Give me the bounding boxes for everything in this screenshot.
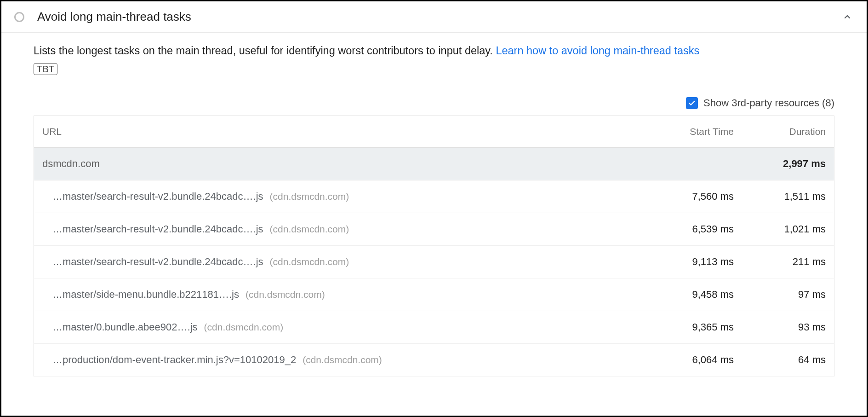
table-row[interactable]: …master/search-result-v2.bundle.24bcadc…… [34,180,834,213]
url-host: (cdn.dsmcdn.com) [246,289,325,300]
table-row[interactable]: …production/dom-event-tracker.min.js?v=1… [34,344,834,376]
col-start-time: Start Time [651,126,734,137]
url-cell: …master/search-result-v2.bundle.24bcadc…… [52,191,651,203]
col-url: URL [42,126,651,137]
audit-panel: Avoid long main-thread tasks Lists the l… [0,0,868,417]
url-cell: …master/side-menu.bundle.b221181….js(cdn… [52,289,651,301]
duration: 64 ms [734,354,826,366]
url-path: …master/search-result-v2.bundle.24bcadc…… [52,256,263,268]
group-host: dsmcdn.com [42,158,651,170]
audit-description: Lists the longest tasks on the main thre… [34,43,834,58]
url-host: (cdn.dsmcdn.com) [204,322,284,333]
col-duration: Duration [734,126,826,137]
table-body: …master/search-result-v2.bundle.24bcadc…… [34,180,834,376]
tbt-badge: TBT [34,63,57,75]
url-path: …master/0.bundle.abee902….js [52,321,198,333]
third-party-checkbox[interactable] [686,97,698,109]
tasks-table: URL Start Time Duration dsmcdn.com 2,997… [34,116,834,376]
url-cell: …master/search-result-v2.bundle.24bcadc…… [52,223,651,235]
table-row[interactable]: …master/0.bundle.abee902….js(cdn.dsmcdn.… [34,311,834,344]
start-time: 6,539 ms [651,223,734,235]
group-total: 2,997 ms [734,158,826,170]
start-time: 9,458 ms [651,289,734,301]
url-host: (cdn.dsmcdn.com) [270,224,349,235]
third-party-toggle-row: Show 3rd-party resources (8) [34,75,834,116]
duration: 93 ms [734,321,826,333]
duration: 1,511 ms [734,191,826,203]
audit-body: Lists the longest tasks on the main thre… [1,33,867,376]
table-row[interactable]: …master/search-result-v2.bundle.24bcadc…… [34,213,834,246]
url-host: (cdn.dsmcdn.com) [270,191,349,202]
status-indicator-icon [14,12,24,22]
audit-header[interactable]: Avoid long main-thread tasks [1,1,867,33]
url-cell: …master/0.bundle.abee902….js(cdn.dsmcdn.… [52,321,651,333]
start-time: 9,365 ms [651,321,734,333]
table-row[interactable]: …master/search-result-v2.bundle.24bcadc…… [34,246,834,278]
audit-description-text: Lists the longest tasks on the main thre… [34,45,496,57]
start-time: 7,560 ms [651,191,734,203]
duration: 211 ms [734,256,826,268]
url-cell: …production/dom-event-tracker.min.js?v=1… [52,354,651,366]
url-path: …master/search-result-v2.bundle.24bcadc…… [52,223,263,235]
audit-title: Avoid long main-thread tasks [37,10,841,24]
url-cell: …master/search-result-v2.bundle.24bcadc…… [52,256,651,268]
audit: Avoid long main-thread tasks Lists the l… [1,1,867,376]
url-host: (cdn.dsmcdn.com) [303,354,382,365]
url-path: …master/search-result-v2.bundle.24bcadc…… [52,191,263,203]
url-path: …master/side-menu.bundle.b221181….js [52,289,239,301]
learn-more-link[interactable]: Learn how to avoid long main-thread task… [496,45,699,57]
table-header: URL Start Time Duration [34,116,834,148]
start-time: 6,064 ms [651,354,734,366]
table-group-row[interactable]: dsmcdn.com 2,997 ms [34,148,834,180]
chevron-up-icon[interactable] [841,11,854,23]
duration: 1,021 ms [734,223,826,235]
check-icon [688,99,696,107]
url-host: (cdn.dsmcdn.com) [270,256,349,267]
table-row[interactable]: …master/side-menu.bundle.b221181….js(cdn… [34,278,834,311]
start-time: 9,113 ms [651,256,734,268]
duration: 97 ms [734,289,826,301]
url-path: …production/dom-event-tracker.min.js?v=1… [52,354,296,366]
third-party-label: Show 3rd-party resources (8) [703,97,834,109]
